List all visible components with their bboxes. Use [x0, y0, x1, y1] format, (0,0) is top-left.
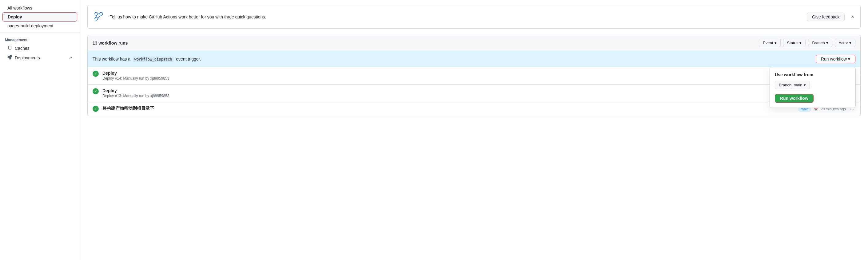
sidebar-deploy-label: Deploy [8, 14, 22, 19]
run-success-icon: ✓ [93, 88, 99, 94]
actor-chevron-icon: ▾ [849, 40, 851, 45]
trigger-section: This workflow has a workflow_dispatch ev… [87, 51, 861, 67]
sidebar-item-all-workflows[interactable]: All workflows [2, 4, 77, 12]
external-link-icon: ↗ [69, 55, 72, 60]
runs-list: ✓ Deploy Deploy #14: Manually run by xj8… [87, 67, 861, 116]
check-icon: ✓ [94, 72, 97, 76]
status-filter-button[interactable]: Status ▾ [783, 39, 806, 47]
deployments-label: Deployments [15, 55, 40, 60]
run-title[interactable]: Deploy [102, 88, 840, 93]
branch-select-chevron: ▾ [804, 83, 806, 87]
sidebar-item-pages-build[interactable]: pages-build-deployment [2, 22, 77, 30]
caches-label: Caches [15, 46, 29, 51]
run-info: Deploy Deploy #14: Manually run by xj899… [102, 71, 856, 80]
check-icon: ✓ [94, 89, 97, 93]
runs-header: 13 workflow runs Event ▾ Status ▾ Branch… [87, 35, 861, 51]
trigger-notice: This workflow has a workflow_dispatch ev… [87, 51, 861, 67]
sidebar: All workflows Deploy pages-build-deploym… [0, 0, 80, 260]
main-content: Tell us how to make GitHub Actions work … [80, 0, 868, 260]
sidebar-item-caches[interactable]: Caches [2, 43, 77, 53]
trigger-text: This workflow has a workflow_dispatch ev… [93, 57, 201, 62]
management-section-header: Management [0, 35, 80, 43]
svg-point-0 [95, 12, 98, 15]
feedback-banner: Tell us how to make GitHub Actions work … [87, 5, 861, 29]
close-icon: × [851, 14, 854, 20]
sidebar-divider [0, 33, 80, 33]
table-row: ✓ 将构建产物移动到根目录下 main 📅 20 minutes ago ··· [88, 102, 860, 116]
run-subtitle: Deploy #14: Manually run by xj89959853 [102, 76, 856, 80]
event-chevron-icon: ▾ [775, 40, 777, 45]
branch-chevron-icon: ▾ [826, 40, 828, 45]
actor-filter-label: Actor [839, 40, 848, 45]
run-success-icon: ✓ [93, 106, 99, 112]
sidebar-all-workflows-label: All workflows [7, 5, 32, 10]
run-workflow-trigger-label: Run workflow [821, 57, 847, 62]
branch-select-label: Branch: main [779, 83, 803, 87]
caches-icon [7, 45, 12, 51]
run-title[interactable]: 将构建产物移动到根目录下 [102, 106, 795, 111]
banner-text: Tell us how to make GitHub Actions work … [110, 14, 802, 19]
dropdown-title: Use workflow from [775, 72, 850, 77]
event-filter-button[interactable]: Event ▾ [759, 39, 780, 47]
branch-filter-label: Branch [812, 40, 825, 45]
run-title[interactable]: Deploy [102, 71, 856, 75]
close-banner-button[interactable]: × [849, 14, 856, 20]
actions-icon [93, 10, 105, 23]
run-info: Deploy Deploy #13: Manually run by xj899… [102, 88, 840, 98]
sidebar-pages-build-label: pages-build-deployment [7, 23, 53, 28]
run-info: 将构建产物移动到根目录下 [102, 106, 795, 111]
give-feedback-button[interactable]: Give feedback [807, 12, 845, 21]
branch-select-dropdown[interactable]: Branch: main ▾ [775, 81, 810, 89]
branch-filter-button[interactable]: Branch ▾ [808, 39, 832, 47]
event-filter-label: Event [763, 40, 773, 45]
run-workflow-confirm-button[interactable]: Run workflow [775, 94, 813, 103]
run-workflow-trigger-button[interactable]: Run workflow ▾ [816, 55, 856, 63]
trigger-code: workflow_dispatch [133, 57, 174, 62]
run-success-icon: ✓ [93, 71, 99, 77]
sidebar-item-deployments[interactable]: Deployments ↗ [2, 53, 77, 62]
check-icon: ✓ [94, 107, 97, 111]
deployments-icon [7, 55, 12, 61]
svg-point-2 [95, 17, 98, 20]
table-row: ✓ Deploy Deploy #13: Manually run by xj8… [88, 85, 860, 102]
status-filter-label: Status [787, 40, 799, 45]
sidebar-item-deploy[interactable]: Deploy [2, 12, 77, 22]
run-workflow-dropdown: Use workflow from Branch: main ▾ Run wor… [770, 67, 856, 108]
svg-point-1 [100, 12, 103, 15]
run-workflow-chevron-icon: ▾ [848, 57, 850, 62]
runs-count-title: 13 workflow runs [93, 40, 756, 45]
table-row: ✓ Deploy Deploy #14: Manually run by xj8… [88, 67, 860, 85]
actor-filter-button[interactable]: Actor ▾ [835, 39, 856, 47]
run-subtitle: Deploy #13: Manually run by xj89959853 [102, 94, 840, 98]
status-chevron-icon: ▾ [799, 40, 802, 45]
